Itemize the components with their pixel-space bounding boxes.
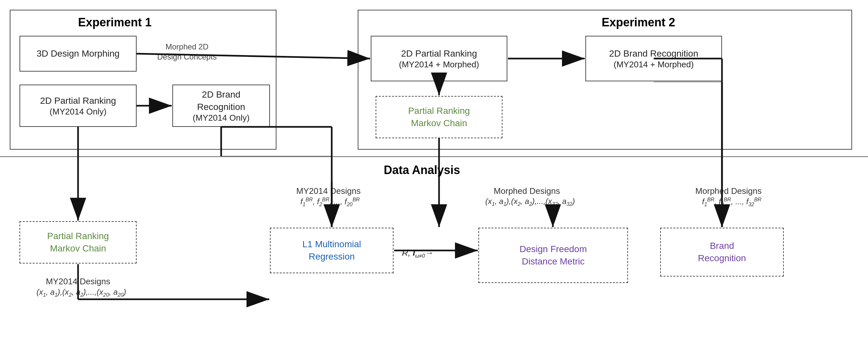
label-morphed-formula-df: (x1, a1),(x2, a2),...,(x32, a32) [459, 197, 602, 207]
diagram-container: Experiment 1 Experiment 2 Data Analysis … [0, 0, 868, 364]
label-rl: R, Iω≠0→ [402, 248, 434, 259]
label-morphed-formula-br: f1BR, f2BR, ..., f32BR [667, 197, 797, 208]
label-my2014-coords: MY2014 Designs [18, 276, 138, 286]
data-analysis-title: Data Analysis [384, 163, 460, 177]
label-my2014-designs-above: MY2014 Designs [283, 186, 374, 196]
h-divider [0, 156, 868, 157]
box-design-freedom: Design Freedom Distance Metric [478, 228, 628, 283]
box-brand-morphed: 2D Brand Recognition (MY2014 + Morphed) [585, 36, 722, 81]
exp2-title: Experiment 2 [602, 16, 675, 29]
box-ranking-my2014: 2D Partial Ranking (MY2014 Only) [20, 85, 136, 127]
exp1-section [10, 10, 276, 150]
box-markov-da: Partial Ranking Markov Chain [20, 221, 136, 264]
box-ranking-morphed: 2D Partial Ranking (MY2014 + Morphed) [371, 36, 507, 81]
label-my2014-coords-formula: (x1, a1),(x2, a2),...,(x20, a20) [11, 287, 151, 298]
arrow-label-morphed-2d: Morphed 2DDesign Concepts [145, 42, 229, 62]
label-morphed-designs-df: Morphed Designs [468, 186, 585, 196]
box-l1-regression: L1 Multinomial Regression [270, 228, 394, 273]
box-markov-exp2: Partial Ranking Markov Chain [376, 96, 502, 138]
label-my2014-formula: f1BR, f2BR, ..., f20BR [278, 197, 382, 208]
box-brand-recognition: Brand Recognition [660, 228, 784, 276]
box-brand-my2014: 2D Brand Recognition (MY2014 Only) [173, 85, 270, 127]
box-3d-morphing: 3D Design Morphing [20, 36, 136, 71]
label-morphed-designs-br: Morphed Designs [670, 186, 787, 196]
exp1-title: Experiment 1 [78, 16, 152, 29]
